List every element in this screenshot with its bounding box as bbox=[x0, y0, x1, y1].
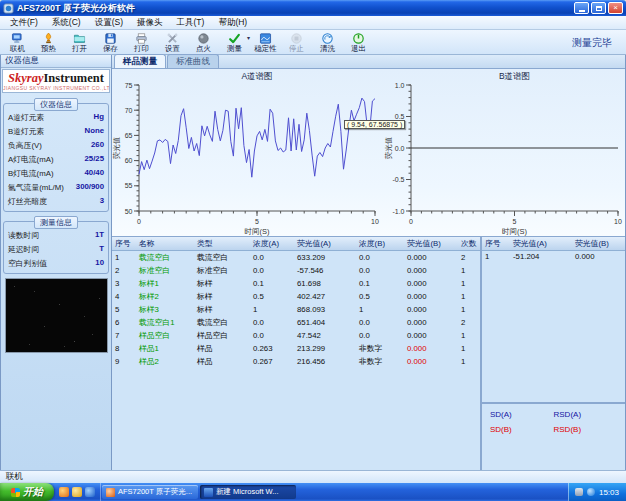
table-row[interactable]: 1-51.2040.000 bbox=[482, 251, 625, 263]
column-header[interactable]: 浓度(B) bbox=[356, 237, 404, 251]
info-row: A道灯元素Hg bbox=[6, 111, 106, 125]
table-row[interactable]: 9样品2样品0.267216.456非数字0.0001 bbox=[112, 355, 482, 368]
table-cell: 0.000 bbox=[572, 251, 625, 263]
rsd-a-label: RSD(A) bbox=[554, 410, 618, 425]
toolbar-button-11[interactable]: 退出 bbox=[343, 31, 374, 54]
table-row[interactable]: 6载流空白1载流空白0.0651.4040.00.0002 bbox=[112, 316, 482, 329]
table-row[interactable]: 1载流空白载流空白0.0633.2090.00.0002 bbox=[112, 251, 482, 265]
table-cell: 0.1 bbox=[250, 277, 294, 290]
table-cell: 样品2 bbox=[136, 355, 194, 368]
column-header[interactable]: 序号 bbox=[112, 237, 136, 251]
table-cell: 47.542 bbox=[294, 329, 356, 342]
toolbar-button-7[interactable]: 测量▾ bbox=[219, 31, 250, 54]
toolbar-button-2[interactable]: 打开 bbox=[64, 31, 95, 54]
tab-1[interactable]: 标准曲线 bbox=[167, 54, 219, 68]
info-label: B道灯元素 bbox=[8, 126, 44, 137]
column-header[interactable]: 荧光值(B) bbox=[404, 237, 458, 251]
toolbar-button-0[interactable]: 联机 bbox=[2, 31, 33, 54]
close-button[interactable]: × bbox=[608, 2, 623, 14]
svg-text:B道谱图: B道谱图 bbox=[499, 71, 530, 81]
menu-item-4[interactable]: 工具(T) bbox=[170, 17, 212, 29]
menu-item-3[interactable]: 摄像头 bbox=[130, 17, 170, 29]
quick-launch-icon-3[interactable] bbox=[85, 487, 95, 497]
app-window: AFS7200T 原子荧光分析软件 × 文件(F)系统(C)设置(S)摄像头工具… bbox=[0, 0, 626, 501]
column-header[interactable]: 名称 bbox=[136, 237, 194, 251]
taskbar-task-0[interactable]: AFS7200T 原子荧光... bbox=[102, 485, 198, 499]
table-cell: 2 bbox=[458, 251, 482, 265]
toolbar-button-6[interactable]: 点火 bbox=[188, 31, 219, 54]
table-cell: 0.000 bbox=[404, 316, 458, 329]
table-cell: 216.456 bbox=[294, 355, 356, 368]
task-buttons: AFS7200T 原子荧光...新建 Microsoft W... bbox=[101, 483, 297, 501]
column-header[interactable]: 序号 bbox=[482, 237, 510, 251]
toolbar-button-1[interactable]: 预热 bbox=[33, 31, 64, 54]
column-header[interactable]: 次数 bbox=[458, 237, 482, 251]
column-header[interactable]: 荧光值(A) bbox=[294, 237, 356, 251]
channel-b-chart[interactable]: B道谱图1.00.50.0-0.5-1.00510时间(S)荧光值 bbox=[384, 69, 626, 237]
minimize-button[interactable] bbox=[574, 2, 589, 14]
quick-launch-icon-1[interactable] bbox=[59, 487, 69, 497]
windows-flag-icon bbox=[11, 488, 20, 497]
table-row[interactable]: 2标准空白标准空白0.0-57.5460.00.0001 bbox=[112, 264, 482, 277]
menu-item-5[interactable]: 帮助(H) bbox=[211, 17, 254, 29]
table-cell: 0.000 bbox=[404, 264, 458, 277]
window-title: AFS7200T 原子荧光分析软件 bbox=[17, 2, 572, 15]
table-cell: 0.0 bbox=[356, 316, 404, 329]
column-header[interactable]: 浓度(A) bbox=[250, 237, 294, 251]
info-label: A灯电流(mA) bbox=[8, 154, 53, 165]
toolbar-button-4[interactable]: 打印 bbox=[126, 31, 157, 54]
stop-icon bbox=[290, 32, 303, 45]
taskbar-task-1[interactable]: 新建 Microsoft W... bbox=[200, 485, 296, 499]
column-header[interactable]: 类型 bbox=[194, 237, 250, 251]
info-row: A灯电流(mA)25/25 bbox=[6, 153, 106, 167]
table-cell: 0.5 bbox=[356, 290, 404, 303]
table-cell: 0.000 bbox=[404, 303, 458, 316]
column-header[interactable]: 荧光值(A) bbox=[510, 237, 572, 251]
table-row[interactable]: 3标样1标样0.161.6980.10.0001 bbox=[112, 277, 482, 290]
table-row[interactable]: 7样品空白样品空白0.047.5420.00.0001 bbox=[112, 329, 482, 342]
monitor-link-icon bbox=[11, 32, 24, 45]
table-cell: 5 bbox=[112, 303, 136, 316]
menubar: 文件(F)系统(C)设置(S)摄像头工具(T)帮助(H) bbox=[0, 16, 626, 30]
table-row[interactable]: 8样品1样品0.263213.299非数字0.0001 bbox=[112, 342, 482, 355]
table-cell: 载流空白1 bbox=[136, 316, 194, 329]
info-value: 25/25 bbox=[84, 154, 104, 165]
table-cell: 0.5 bbox=[250, 290, 294, 303]
chart-strip: A道谱图5055606570750510时间(S)荧光值 B道谱图1.00.50… bbox=[112, 69, 625, 237]
menu-item-0[interactable]: 文件(F) bbox=[3, 17, 45, 29]
toolbar-button-10[interactable]: 清洗 bbox=[312, 31, 343, 54]
table-cell: 9 bbox=[112, 355, 136, 368]
table-cell: 868.093 bbox=[294, 303, 356, 316]
group-title: 测量信息 bbox=[34, 216, 78, 229]
toolbar-button-label: 设置 bbox=[165, 45, 180, 53]
table-row[interactable]: 5标样3标样1868.09310.0001 bbox=[112, 303, 482, 316]
task-icon bbox=[106, 488, 115, 497]
toolbar-button-5[interactable]: 设置 bbox=[157, 31, 188, 54]
info-label: 氩气流量(mL/M) bbox=[8, 182, 64, 193]
table-cell: 样品 bbox=[194, 355, 250, 368]
table-cell: 标准空白 bbox=[136, 264, 194, 277]
tray-icon-2[interactable] bbox=[587, 488, 595, 496]
maximize-button[interactable] bbox=[591, 2, 606, 14]
menu-item-1[interactable]: 系统(C) bbox=[45, 17, 88, 29]
table-cell: 样品1 bbox=[136, 342, 194, 355]
info-group-0: 仪器信息A道灯元素HgB道灯元素None负高压(V)260A灯电流(mA)25/… bbox=[3, 103, 109, 212]
table-cell: 标样2 bbox=[136, 290, 194, 303]
column-header[interactable]: 荧光值(B) bbox=[572, 237, 625, 251]
tray-icon-1[interactable] bbox=[575, 488, 583, 496]
toolbar-button-3[interactable]: 保存 bbox=[95, 31, 126, 54]
toolbar-button-9[interactable]: 停止 bbox=[281, 31, 312, 54]
table-cell: 0.000 bbox=[404, 290, 458, 303]
start-button[interactable]: 开始 bbox=[0, 483, 54, 501]
tab-0[interactable]: 样品测量 bbox=[114, 54, 166, 68]
channel-a-chart[interactable]: A道谱图5055606570750510时间(S)荧光值 bbox=[112, 69, 384, 237]
quick-launch-icon-2[interactable] bbox=[72, 487, 82, 497]
brand-name-dark: Instrument bbox=[44, 71, 104, 85]
menu-item-2[interactable]: 设置(S) bbox=[88, 17, 130, 29]
toolbar-button-label: 稳定性 bbox=[254, 45, 277, 53]
table-row[interactable]: 4标样2标样0.5402.4270.50.0001 bbox=[112, 290, 482, 303]
toolbar-button-8[interactable]: 稳定性 bbox=[250, 31, 281, 54]
svg-text:1.0: 1.0 bbox=[395, 82, 405, 89]
table-cell: 非数字 bbox=[356, 355, 404, 368]
sd-a-label: SD(A) bbox=[490, 410, 554, 425]
